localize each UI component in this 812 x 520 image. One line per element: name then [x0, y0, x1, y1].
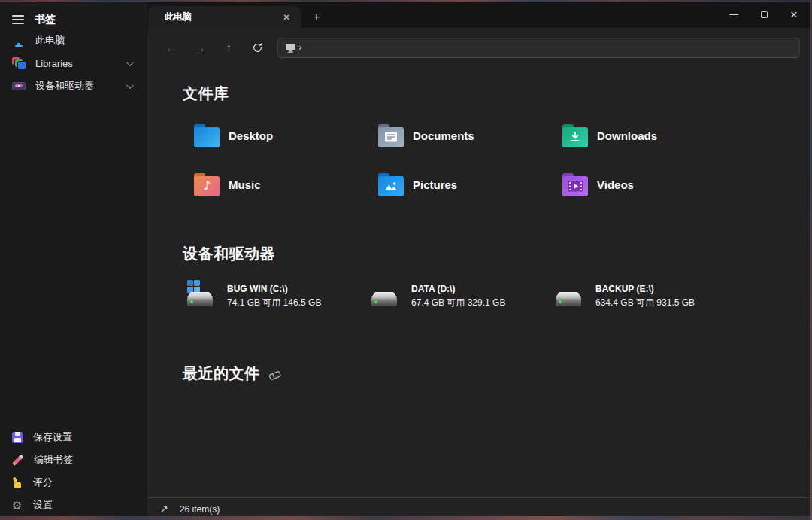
- tab-this-pc[interactable]: 此电脑 ✕: [148, 6, 301, 28]
- save-icon: [12, 432, 23, 443]
- sidebar-item-libraries[interactable]: Libraries: [6, 52, 141, 75]
- sidebar-title: 书签: [35, 13, 56, 26]
- sidebar-item-edit-bookmarks[interactable]: 编辑书签: [6, 449, 141, 471]
- navigation-toolbar: ← → ↑ ›: [147, 28, 812, 68]
- downloads-folder-icon: [562, 124, 588, 147]
- folder-music[interactable]: ♪ Music: [194, 172, 378, 197]
- wallpaper-edge-top: [0, 0, 812, 2]
- forward-button[interactable]: →: [186, 35, 214, 61]
- sidebar-footer: 保存设置 编辑书签 评分 ⚙ 设置: [0, 426, 147, 516]
- section-title-libraries: 文件库: [183, 84, 229, 104]
- folder-downloads[interactable]: Downloads: [562, 123, 747, 148]
- items-arrow-icon: ↗: [160, 503, 168, 515]
- drive-e[interactable]: BACKUP (E:\) 634.4 GB 可用 931.5 GB: [553, 280, 738, 310]
- back-button[interactable]: ←: [157, 35, 186, 61]
- documents-folder-icon: [378, 124, 404, 147]
- drive-c[interactable]: BUG WIN (C:\) 74.1 GB 可用 146.5 GB: [185, 280, 369, 310]
- window-controls: — ✕: [719, 2, 809, 26]
- desktop-folder-icon: [194, 124, 220, 147]
- sidebar-item-drives[interactable]: 设备和驱动器: [6, 75, 141, 97]
- computer-icon: [12, 35, 26, 47]
- folder-desktop[interactable]: Desktop: [194, 123, 378, 148]
- sidebar-item-label: 评分: [33, 476, 53, 489]
- section-title-recent: 最近的文件: [183, 363, 260, 384]
- sidebar-item-label: 此电脑: [35, 34, 65, 47]
- maximize-icon: [761, 11, 768, 18]
- minimize-button[interactable]: —: [719, 4, 749, 25]
- refresh-icon: [252, 42, 263, 53]
- libraries-icon: [12, 57, 26, 69]
- sidebar-item-label: 编辑书签: [34, 453, 73, 467]
- sidebar-item-label: 保存设置: [33, 430, 72, 444]
- content-panel: ← → ↑ › 文件库 Desktop: [147, 28, 812, 520]
- up-button[interactable]: ↑: [214, 35, 243, 61]
- drive-d[interactable]: DATA (D:\) 67.4 GB 可用 329.1 GB: [369, 280, 553, 310]
- hard-drive-icon: [369, 280, 401, 310]
- pictures-folder-icon: [378, 173, 404, 196]
- items-count: 26 item(s): [180, 504, 220, 515]
- folder-videos[interactable]: Videos: [562, 172, 747, 197]
- chevron-down-icon[interactable]: [126, 59, 134, 66]
- drive-grid: BUG WIN (C:\) 74.1 GB 可用 146.5 GB DATA (…: [185, 280, 738, 310]
- sidebar-header: 书签: [0, 2, 147, 29]
- section-title-drives: 设备和驱动器: [183, 244, 275, 264]
- refresh-button[interactable]: [243, 35, 271, 61]
- sidebar-item-rate[interactable]: 评分: [6, 471, 141, 494]
- drive-icon: [12, 82, 26, 90]
- folder-pictures[interactable]: Pictures: [378, 172, 562, 197]
- chevron-down-icon[interactable]: [126, 81, 134, 89]
- music-folder-icon: ♪: [194, 173, 220, 196]
- close-button[interactable]: ✕: [779, 4, 809, 25]
- drive-info: DATA (D:\) 67.4 GB 可用 329.1 GB: [411, 280, 544, 310]
- hamburger-menu-icon[interactable]: [12, 15, 24, 24]
- sidebar-item-this-pc[interactable]: 此电脑: [6, 29, 141, 52]
- folder-documents[interactable]: Documents: [378, 123, 562, 148]
- drive-info: BACKUP (E:\) 634.4 GB 可用 931.5 GB: [595, 280, 728, 310]
- folder-grid: Desktop Documents Downloads ♪ Music: [194, 123, 747, 197]
- tab-close-icon[interactable]: ✕: [280, 12, 293, 23]
- sidebar-item-label: 设置: [33, 498, 53, 512]
- breadcrumb-chevron-icon: ›: [298, 42, 301, 52]
- new-tab-button[interactable]: +: [307, 8, 326, 26]
- app-window: 书签 此电脑 Libraries 设备和驱动器 保存设置 编辑书签: [0, 0, 812, 520]
- sidebar-item-save-settings[interactable]: 保存设置: [6, 426, 141, 449]
- pencil-icon: [12, 454, 24, 466]
- tab-strip: 此电脑 ✕ + — ✕: [147, 2, 810, 28]
- drive-info: BUG WIN (C:\) 74.1 GB 可用 146.5 GB: [227, 280, 359, 310]
- maximize-button[interactable]: [749, 4, 779, 25]
- tab-title: 此电脑: [165, 11, 280, 23]
- sidebar-item-settings[interactable]: ⚙ 设置: [6, 494, 141, 516]
- eraser-icon: [268, 369, 281, 381]
- sidebar-item-label: 设备和驱动器: [35, 79, 94, 93]
- address-bar[interactable]: ›: [277, 38, 800, 58]
- wallpaper-edge-bottom: [0, 516, 812, 520]
- music-note-icon: ♪: [203, 180, 211, 192]
- thumbs-up-icon: [12, 477, 23, 488]
- clear-recent-button[interactable]: [268, 369, 281, 381]
- videos-folder-icon: [562, 173, 588, 196]
- section-recent-files: 最近的文件: [183, 363, 281, 384]
- sidebar-item-label: Libraries: [35, 58, 73, 69]
- system-drive-icon: [185, 280, 217, 310]
- gear-icon: ⚙: [12, 500, 23, 511]
- sidebar: 书签 此电脑 Libraries 设备和驱动器 保存设置 编辑书签: [0, 2, 147, 516]
- hard-drive-icon: [553, 280, 586, 310]
- computer-icon: [285, 44, 296, 53]
